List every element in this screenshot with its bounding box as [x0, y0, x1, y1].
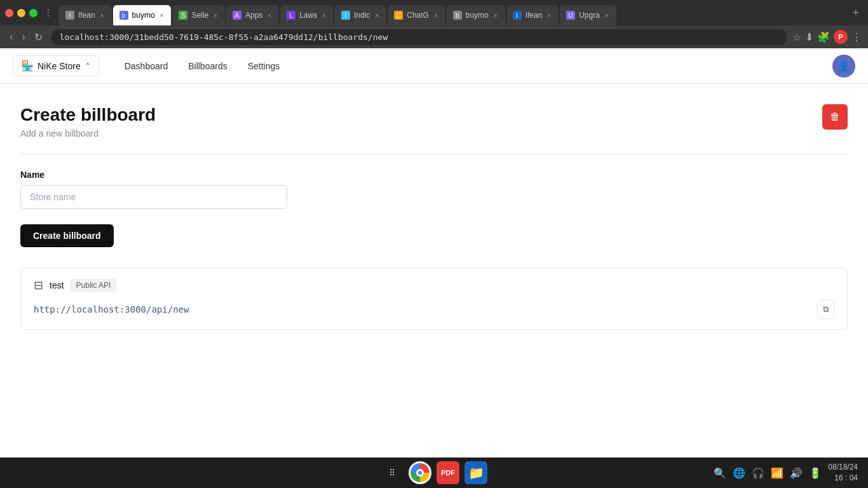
taskbar-center: ⠿ PDF 📁	[381, 461, 487, 484]
api-card-header: ⊟ test Public API	[34, 278, 834, 292]
clock-time: 16 : 04	[828, 473, 858, 484]
tab-close-button[interactable]: ×	[604, 11, 610, 20]
browser-tab-t6[interactable]: IIndic×	[335, 5, 386, 25]
traffic-lights	[5, 9, 37, 17]
maximize-traffic-light[interactable]	[29, 9, 37, 17]
copy-url-button[interactable]: ⧉	[817, 300, 834, 319]
tab-favicon: b	[453, 11, 462, 20]
browser-tab-t7[interactable]: CChatG×	[388, 5, 445, 25]
page-subtitle: Add a new billboard	[20, 128, 156, 139]
create-billboard-button[interactable]: Create billboard	[20, 224, 114, 247]
browser-tab-t8[interactable]: bbuymo×	[447, 5, 505, 25]
address-bar-icons: ☆ ⬇ 🧩 P ⋮	[792, 30, 862, 44]
tab-title: Selle	[191, 11, 208, 20]
name-label: Name	[20, 170, 848, 180]
name-input[interactable]	[20, 185, 287, 209]
tab-close-button[interactable]: ×	[212, 11, 219, 20]
page-title: Create billboard	[20, 104, 156, 126]
tab-favicon: C	[394, 11, 403, 20]
nav-settings[interactable]: Settings	[238, 56, 290, 76]
tab-favicon: I	[65, 11, 74, 20]
tab-title: Indic	[354, 11, 370, 20]
wifi-sys-icon[interactable]: 📶	[771, 467, 783, 479]
tab-favicon: b	[119, 11, 128, 20]
tab-close-button[interactable]: ×	[546, 11, 552, 20]
search-sys-icon[interactable]: 🔍	[714, 467, 726, 479]
copy-icon: ⧉	[823, 304, 829, 315]
tab-favicon: I	[341, 11, 350, 20]
back-button[interactable]: ‹	[6, 30, 16, 44]
tab-title: buymo	[466, 11, 489, 20]
browser-tab-t1[interactable]: IIfean×	[59, 5, 112, 25]
tab-title: Ifean	[526, 11, 543, 20]
browser-tab-t4[interactable]: AApps×	[226, 5, 279, 25]
tab-favicon: U	[566, 11, 575, 20]
new-tab-button[interactable]: +	[848, 6, 863, 20]
api-url: http://localhost:3000/api/new	[34, 304, 189, 315]
address-bar-row: ‹ › ↻ ☆ ⬇ 🧩 P ⋮	[0, 25, 868, 48]
battery-sys-icon[interactable]: 🔋	[809, 467, 822, 479]
tab-close-button[interactable]: ×	[159, 11, 165, 20]
tab-favicon: I	[513, 11, 522, 20]
main-nav: Dashboard Billboards Settings	[114, 56, 832, 76]
tab-close-button[interactable]: ×	[99, 11, 105, 20]
store-name: NiKe Store	[37, 61, 81, 71]
name-field-group: Name	[20, 170, 848, 209]
tab-favicon: A	[233, 11, 241, 20]
main-content: Create billboard Add a new billboard 🗑 N…	[0, 84, 868, 350]
browser-tab-t2[interactable]: bbuymo×	[113, 5, 172, 25]
api-url-row: http://localhost:3000/api/new ⧉	[34, 300, 834, 319]
api-card: ⊟ test Public API http://localhost:3000/…	[20, 268, 848, 330]
browser-tab-t5[interactable]: LLaws×	[280, 5, 334, 25]
download-icon[interactable]: ⬇	[805, 31, 813, 43]
close-traffic-light[interactable]	[5, 9, 13, 17]
tab-close-button[interactable]: ×	[374, 11, 380, 20]
tab-close-button[interactable]: ×	[321, 11, 327, 20]
tab-close-button[interactable]: ×	[266, 11, 273, 20]
page-header: Create billboard Add a new billboard 🗑	[20, 104, 848, 139]
taskbar-apps-grid[interactable]: ⠿	[381, 461, 403, 484]
delete-button[interactable]: 🗑	[822, 104, 848, 130]
browser-titlebar: ⋮ IIfean×bbuymo×SSelle×AApps×LLaws×IIndi…	[0, 0, 868, 25]
browser-tab-t10[interactable]: UUpgra×	[560, 5, 616, 25]
headset-sys-icon[interactable]: 🎧	[752, 467, 764, 479]
user-avatar[interactable]: 👤	[832, 55, 855, 78]
bookmark-icon[interactable]: ☆	[792, 31, 801, 43]
nav-dashboard[interactable]: Dashboard	[114, 56, 179, 76]
address-input[interactable]	[51, 29, 787, 45]
browser-tab-t9[interactable]: IIfean×	[506, 5, 559, 25]
reload-button[interactable]: ↻	[31, 30, 46, 44]
tab-close-button[interactable]: ×	[433, 11, 439, 20]
trash-icon: 🗑	[830, 111, 840, 123]
menu-icon[interactable]: ⋮	[851, 31, 862, 43]
tab-close-button[interactable]: ×	[492, 11, 499, 20]
taskbar-chrome[interactable]	[409, 461, 431, 484]
api-badge: Public API	[71, 279, 117, 292]
store-icon: 🏪	[21, 60, 34, 72]
browser-navigation: ‹ › ↻	[6, 30, 46, 44]
tab-title: Laws	[299, 11, 317, 20]
taskbar-pdf[interactable]: PDF	[437, 461, 459, 484]
nav-billboards[interactable]: Billboards	[178, 56, 237, 76]
tab-favicon: L	[287, 11, 295, 20]
store-selector[interactable]: 🏪 NiKe Store ⌃	[13, 55, 99, 76]
browser-tab-t3[interactable]: SSelle×	[172, 5, 225, 25]
taskbar-folder[interactable]: 📁	[465, 461, 487, 484]
extensions-icon[interactable]: 🧩	[817, 31, 830, 43]
taskbar-right: 🔍 🌐 🎧 📶 🔊 🔋 08/18/24 16 : 04	[714, 462, 858, 484]
tab-title: ChatG	[407, 11, 429, 20]
forward-button[interactable]: ›	[18, 30, 28, 44]
app-header: 🏪 NiKe Store ⌃ Dashboard Billboards Sett…	[0, 48, 868, 84]
taskbar-clock: 08/18/24 16 : 04	[828, 462, 858, 484]
store-chevron-icon: ⌃	[85, 62, 91, 71]
volume-sys-icon[interactable]: 🔊	[790, 467, 803, 479]
browser-nav-more[interactable]: ⋮	[41, 6, 55, 19]
minimize-traffic-light[interactable]	[17, 9, 25, 17]
api-name: test	[50, 280, 64, 290]
clock-date: 08/18/24	[828, 462, 858, 473]
chrome-sys-icon[interactable]: 🌐	[733, 467, 745, 479]
tab-title: buymo	[132, 11, 155, 20]
tab-favicon: S	[179, 11, 187, 20]
profile-avatar[interactable]: P	[834, 30, 848, 44]
tab-title: Upgra	[579, 11, 600, 20]
